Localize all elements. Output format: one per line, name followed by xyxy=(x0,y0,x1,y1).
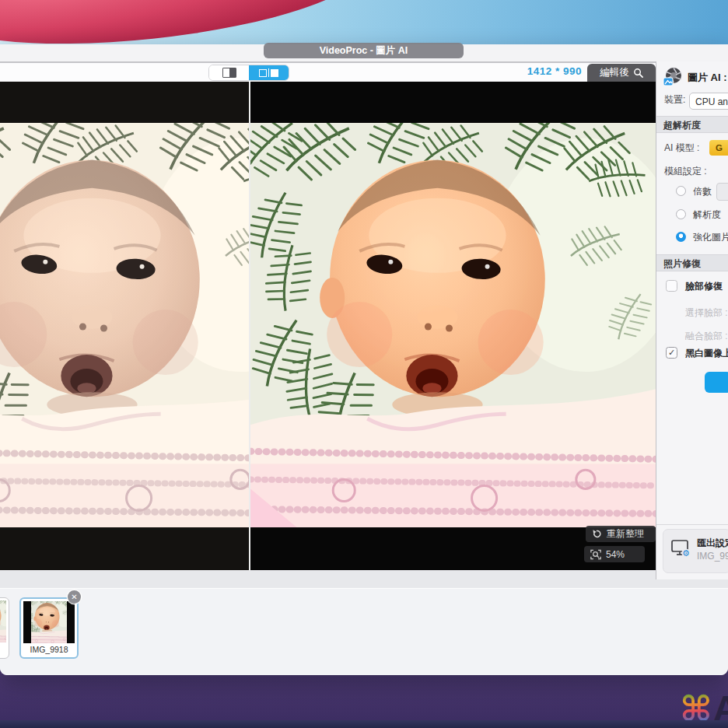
zoom-level-control[interactable]: 54% xyxy=(584,546,645,562)
after-photo xyxy=(250,123,656,527)
bw-colorize-checkbox[interactable]: ✓ xyxy=(666,347,677,359)
image-resolution: 1412 * 990 xyxy=(506,65,582,77)
radio-enhance-image[interactable] xyxy=(676,232,686,242)
radio-scale[interactable] xyxy=(676,186,686,196)
face-repair-label: 臉部修復 xyxy=(685,280,723,293)
blend-face-label: 融合臉部 : xyxy=(685,330,728,343)
thumbnail-label: IMG_9918 xyxy=(21,645,77,654)
videoproc-window: VideoProc - 圖片 AI 1412 * 990 編輯後 xyxy=(0,44,728,675)
after-image-pane[interactable] xyxy=(250,82,656,570)
desktop: ⌘A xyxy=(0,0,728,728)
magnifier-icon xyxy=(633,68,643,78)
export-settings-card[interactable]: ⚙ 匯出設定 IMG_99 xyxy=(663,529,728,573)
device-dropdown[interactable]: CPU and xyxy=(689,93,728,110)
sidebar-divider xyxy=(656,524,728,525)
filmstrip-top-strip xyxy=(0,570,728,589)
sidebar: 圖片 AI : 裝置: CPU and 超解析度 AI 模型 : G 模組設定 … xyxy=(656,61,728,579)
refresh-button[interactable]: 重新整理 xyxy=(586,526,656,542)
side-by-side-view-button[interactable] xyxy=(249,65,289,80)
before-image-pane[interactable] xyxy=(0,82,249,570)
wallpaper-bottom-bar xyxy=(0,720,728,728)
export-filename: IMG_99 xyxy=(697,551,728,562)
split-view-icon xyxy=(222,68,236,78)
module-settings-label: 模組設定 : xyxy=(664,165,728,178)
refresh-label: 重新整理 xyxy=(607,527,644,541)
radio-resolution[interactable] xyxy=(676,209,686,219)
zoom-level-value: 54% xyxy=(606,549,625,560)
section-super-resolution: 超解析度 xyxy=(656,116,728,133)
window-title: VideoProc - 圖片 AI xyxy=(264,43,464,58)
bw-colorize-label: 黑白圖像上 xyxy=(685,347,728,360)
thumbnail-image xyxy=(23,601,75,643)
radio-resolution-label: 解析度 xyxy=(693,208,721,222)
thumbnail-close-button[interactable]: ✕ xyxy=(68,590,81,604)
zoom-icon xyxy=(590,549,601,560)
sidebar-title: 圖片 AI : xyxy=(688,68,727,88)
thumbnail-selected[interactable]: IMG_9918 xyxy=(19,597,79,659)
thumbnail-partial-image xyxy=(0,600,6,642)
run-button[interactable] xyxy=(705,372,728,393)
radio-enhance-image-label: 強化圖片 xyxy=(693,231,728,244)
gear-icon: ⚙ xyxy=(682,548,690,558)
toolbar: 1412 * 990 編輯後 xyxy=(0,63,656,82)
view-mode-toggle xyxy=(208,65,289,81)
face-repair-checkbox[interactable] xyxy=(666,280,677,292)
image-ai-icon xyxy=(663,67,683,87)
scale-dropdown[interactable] xyxy=(716,183,728,201)
split-view-button[interactable] xyxy=(209,65,249,80)
filmstrip-panel: IMG_9918 ✕ xyxy=(0,570,728,675)
select-face-label: 選擇臉部 : xyxy=(685,306,728,320)
radio-scale-label: 倍數 xyxy=(693,185,712,198)
before-photo xyxy=(0,123,249,527)
ai-model-dropdown[interactable]: G xyxy=(709,140,728,156)
edited-preview-label: 編輯後 xyxy=(600,66,629,79)
export-settings-icon: ⚙ xyxy=(670,539,692,559)
side-by-side-view-icon xyxy=(259,68,279,77)
export-settings-title: 匯出設定 xyxy=(697,537,728,550)
section-photo-repair: 照片修復 xyxy=(656,254,728,271)
compare-canvas[interactable]: 重新整理 54% xyxy=(0,82,656,571)
thumbnail-partial[interactable] xyxy=(0,597,9,659)
edited-preview-tab[interactable]: 編輯後 xyxy=(587,64,656,82)
refresh-icon xyxy=(592,529,602,539)
check-icon: ✓ xyxy=(668,348,675,357)
window-titlebar: VideoProc - 圖片 AI xyxy=(0,44,728,63)
